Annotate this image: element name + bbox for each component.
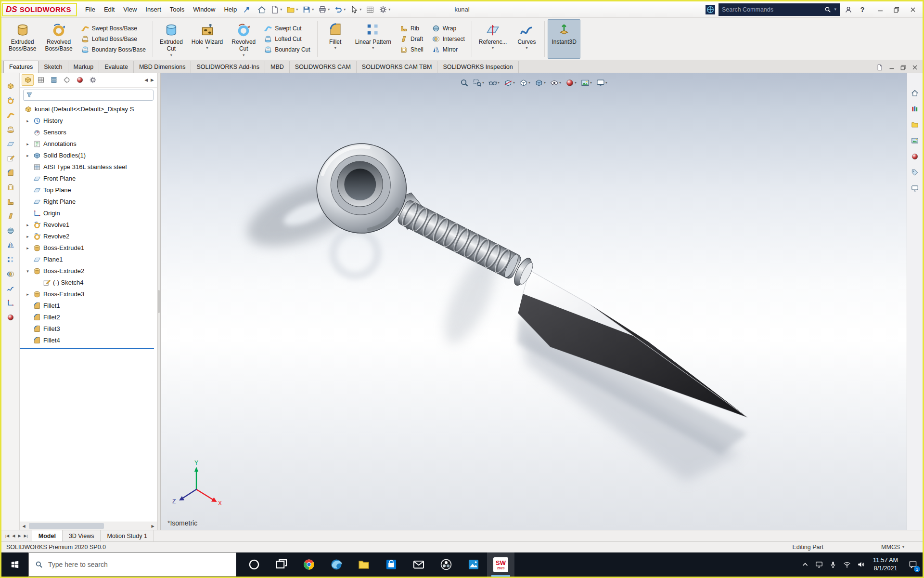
left-dock-pattern-icon[interactable] (4, 254, 17, 265)
tab-features[interactable]: Features (3, 61, 38, 73)
left-dock-sketch-icon[interactable] (4, 153, 17, 164)
view-orientation-button[interactable]: ▾ (518, 78, 531, 88)
user-icon[interactable] (843, 4, 854, 15)
menu-insert[interactable]: Insert (141, 3, 166, 15)
tab-solidworks-inspection[interactable]: SOLIDWORKS Inspection (437, 61, 518, 73)
left-dock-shell-icon[interactable] (4, 182, 17, 193)
tree-item-boss-extrude1[interactable]: ▸Boss-Extrude1 (20, 242, 157, 254)
solidworks-forum-icon[interactable] (909, 183, 921, 194)
store-icon[interactable] (377, 552, 405, 577)
left-dock-mirror-icon[interactable] (4, 240, 17, 250)
new-document-icon[interactable]: ▾ (269, 4, 284, 15)
tree-item-solid-bodies-1[interactable]: ▸Solid Bodies(1) (20, 150, 157, 161)
rollback-bar[interactable] (20, 348, 154, 349)
left-dock-plane-icon[interactable] (4, 139, 17, 149)
custom-properties-icon[interactable] (909, 167, 921, 178)
section-view-button[interactable]: ▾ (503, 78, 516, 88)
cortana-icon[interactable] (240, 552, 268, 577)
file-explorer-icon[interactable] (350, 552, 377, 577)
tray-chevron-icon[interactable] (798, 552, 812, 577)
boundary-cut-button[interactable]: Boundary Cut (263, 45, 311, 54)
tree-tabs-scroll-right-button[interactable]: ▶ (151, 78, 154, 82)
left-dock-intersect-icon[interactable] (4, 269, 17, 279)
displaymanager-tab[interactable] (74, 74, 86, 86)
tree-item-fillet3[interactable]: Fillet3 (20, 323, 157, 335)
featuremanager-tree-tab[interactable] (22, 74, 34, 86)
tree-item-origin[interactable]: Origin (20, 208, 157, 219)
fillet-button[interactable]: Fillet▾ (321, 19, 350, 59)
home-icon[interactable] (256, 4, 268, 15)
help-icon[interactable]: ? (857, 4, 868, 15)
undo-icon[interactable]: ▾ (332, 4, 347, 15)
tree-item-boss-extrude3[interactable]: ▸Boss-Extrude3 (20, 289, 157, 300)
tree-item-fillet2[interactable]: Fillet2 (20, 312, 157, 323)
left-dock-appearance-icon[interactable] (4, 312, 17, 323)
tree-item-top-plane[interactable]: Top Plane (20, 184, 157, 196)
tree-tabs-scroll-left-button[interactable]: ◀ (144, 78, 148, 82)
options-icon[interactable]: ▾ (377, 4, 392, 15)
extruded-boss-base-button[interactable]: ExtrudedBoss/Base (5, 19, 40, 59)
previous-tab-button[interactable]: ◀ (12, 534, 15, 538)
tab-mbd-dimensions[interactable]: MBD Dimensions (134, 61, 192, 73)
chrome-icon[interactable] (295, 552, 322, 577)
search-caret-icon[interactable]: ▾ (834, 7, 836, 12)
login-icon[interactable] (706, 5, 715, 14)
units-selector[interactable]: MMGS ▾ (881, 544, 904, 551)
print-icon[interactable]: ▾ (316, 4, 332, 15)
last-tab-button[interactable]: ▶| (24, 534, 28, 538)
expand-arrow-icon[interactable]: ▾ (25, 269, 31, 274)
tree-item-fillet4[interactable]: Fillet4 (20, 335, 157, 346)
lofted-boss-base-button[interactable]: Lofted Boss/Base (80, 35, 147, 43)
previous-view-button[interactable]: ▾ (488, 78, 500, 88)
tab-solidworks-cam[interactable]: SOLIDWORKS CAM (290, 61, 357, 73)
mail-icon[interactable] (405, 552, 432, 577)
tab-mbd[interactable]: MBD (265, 61, 290, 73)
expand-arrow-icon[interactable]: ▸ (25, 234, 31, 239)
tray-network-icon[interactable] (840, 552, 854, 577)
left-dock-loft-icon[interactable] (4, 124, 17, 135)
scroll-left-button[interactable]: ◀ (20, 524, 28, 528)
left-dock-part-icon[interactable] (4, 81, 17, 92)
tree-item-plane1[interactable]: Plane1 (20, 254, 157, 265)
left-dock-origin-icon[interactable] (4, 298, 17, 308)
propertymanager-tab[interactable] (35, 74, 47, 86)
solidworks-resources-icon[interactable] (909, 88, 921, 98)
scrollbar-thumb[interactable] (29, 523, 104, 529)
menu-tools[interactable]: Tools (166, 3, 189, 15)
left-dock-rib-icon[interactable] (4, 197, 17, 207)
cam-feature-tree-tab[interactable] (87, 74, 99, 86)
edge-icon[interactable] (322, 552, 350, 577)
tab-markup[interactable]: Markup (68, 61, 100, 73)
tab-sketch[interactable]: Sketch (38, 61, 68, 73)
panel-splitter[interactable] (157, 73, 161, 530)
left-dock-revolve-icon[interactable] (4, 95, 17, 106)
tree-item-aisi-type-316l-stainless-steel[interactable]: AISI Type 316L stainless steel (20, 161, 157, 173)
expand-arrow-icon[interactable]: ▸ (25, 223, 31, 227)
intersect-button[interactable]: Intersect (431, 35, 466, 43)
pin-icon[interactable] (243, 6, 251, 13)
doc-restore-button[interactable] (900, 65, 906, 70)
expand-arrow-icon[interactable]: ▸ (25, 246, 31, 250)
reference-geometry-button[interactable]: Referenc...▾ (475, 19, 511, 59)
rib-button[interactable]: Rib (398, 24, 425, 33)
tree-filter-input[interactable] (35, 92, 151, 98)
zoom-to-area-button[interactable]: ▾ (472, 78, 485, 88)
taskbar-search-input[interactable] (48, 561, 230, 568)
kunai-ring[interactable] (317, 144, 406, 233)
tree-root-part[interactable]: kunai (Default<<Default>_Display S (20, 104, 157, 115)
tree-item-right-plane[interactable]: Right Plane (20, 196, 157, 208)
command-search-input[interactable] (722, 6, 821, 13)
lofted-cut-button[interactable]: Lofted Cut (263, 35, 311, 43)
tab-evaluate[interactable]: Evaluate (99, 61, 134, 73)
graphics-viewport[interactable]: ▾▾▾▾▾▾▾▾▾ Y X Z *Isometric (161, 73, 907, 530)
tree-item-revolve1[interactable]: ▸Revolve1 (20, 219, 157, 231)
tree-item-sensors[interactable]: Sensors (20, 127, 157, 138)
start-button[interactable] (1, 552, 28, 577)
design-library-icon[interactable] (909, 104, 921, 114)
left-dock-wrap-icon[interactable] (4, 225, 17, 236)
draft-button[interactable]: Draft (398, 35, 425, 43)
menu-window[interactable]: Window (189, 3, 219, 15)
left-dock-swept-icon[interactable] (4, 110, 17, 120)
tray-mic-icon[interactable] (826, 552, 840, 577)
clock[interactable]: 11:57 AM 8/1/2021 (868, 552, 903, 577)
